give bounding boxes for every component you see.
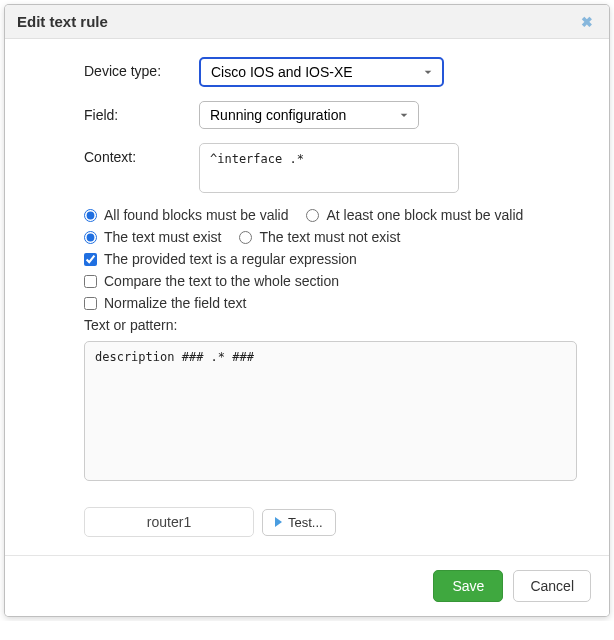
radio-at-least-one-valid[interactable] xyxy=(306,209,319,222)
pattern-input[interactable]: description ### .* ### xyxy=(84,341,577,481)
context-input[interactable]: ^interface .* xyxy=(199,143,459,193)
label-normalize: Normalize the field text xyxy=(104,295,246,311)
checkbox-is-regex[interactable] xyxy=(84,253,97,266)
radio-must-not-exist[interactable] xyxy=(239,231,252,244)
cancel-button[interactable]: Cancel xyxy=(513,570,591,602)
device-type-label: Device type: xyxy=(84,57,199,79)
field-label: Field: xyxy=(84,101,199,123)
text-or-pattern-label: Text or pattern: xyxy=(37,317,577,333)
label-must-not-exist: The text must not exist xyxy=(259,229,400,245)
test-device-input[interactable] xyxy=(84,507,254,537)
play-icon xyxy=(275,517,282,527)
save-button[interactable]: Save xyxy=(433,570,503,602)
radio-all-blocks-valid[interactable] xyxy=(84,209,97,222)
checkbox-normalize[interactable] xyxy=(84,297,97,310)
label-must-exist: The text must exist xyxy=(104,229,221,245)
field-select[interactable]: Running configuration xyxy=(199,101,419,129)
label-is-regex: The provided text is a regular expressio… xyxy=(104,251,357,267)
dialog-header: Edit text rule ✖ xyxy=(5,5,609,39)
test-button-label: Test... xyxy=(288,515,323,530)
dialog-footer: Save Cancel xyxy=(5,555,609,616)
dialog-body: Device type: Cisco IOS and IOS-XE Field:… xyxy=(5,39,609,555)
label-all-blocks-valid: All found blocks must be valid xyxy=(104,207,288,223)
checkbox-compare-whole[interactable] xyxy=(84,275,97,288)
edit-text-rule-dialog: Edit text rule ✖ Device type: Cisco IOS … xyxy=(4,4,610,617)
device-type-select[interactable]: Cisco IOS and IOS-XE xyxy=(199,57,444,87)
dialog-title: Edit text rule xyxy=(17,13,108,30)
label-at-least-one-valid: At least one block must be valid xyxy=(326,207,523,223)
label-compare-whole: Compare the text to the whole section xyxy=(104,273,339,289)
context-label: Context: xyxy=(84,143,199,165)
radio-must-exist[interactable] xyxy=(84,231,97,244)
test-button[interactable]: Test... xyxy=(262,509,336,536)
options-block: All found blocks must be valid At least … xyxy=(37,207,577,311)
close-icon[interactable]: ✖ xyxy=(577,14,597,30)
